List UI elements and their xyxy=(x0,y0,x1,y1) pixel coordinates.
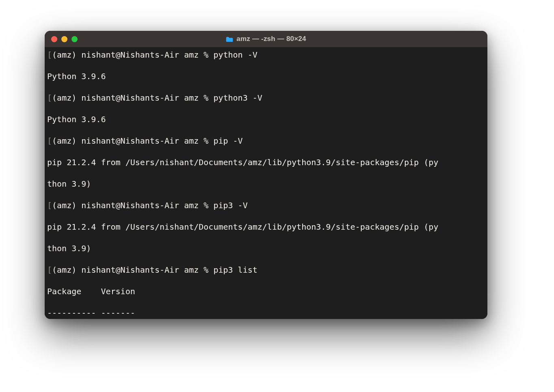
output-line: pip 21.2.4 from /Users/nishant/Documents… xyxy=(47,222,485,233)
table-header: Package Version xyxy=(47,286,485,297)
prompt-bracket-open: [ xyxy=(47,136,52,146)
prompt-bracket-open: [ xyxy=(47,200,52,210)
prompt-bracket-open: [ xyxy=(47,265,52,275)
zoom-button[interactable] xyxy=(71,36,78,42)
prompt-bracket-open: [ xyxy=(47,50,52,60)
traffic-lights xyxy=(51,36,78,42)
output-line: Python 3.9.6 xyxy=(47,114,485,125)
command-text: pip -V xyxy=(213,136,242,146)
prompt: (amz) nishant@Nishants-Air amz % xyxy=(52,50,213,60)
command-text: pip3 -V xyxy=(213,200,247,210)
output-line: thon 3.9) xyxy=(47,179,485,190)
output-line: Python 3.9.6 xyxy=(47,71,485,82)
prompt: (amz) nishant@Nishants-Air amz % xyxy=(52,265,213,275)
prompt-bracket-open: [ xyxy=(47,93,52,103)
window-title: amz — -zsh — 80×24 xyxy=(45,35,487,43)
command-text: python -V xyxy=(213,50,257,60)
prompt: (amz) nishant@Nishants-Air amz % xyxy=(52,93,213,103)
terminal-window: amz — -zsh — 80×24 [(amz) nishant@Nishan… xyxy=(45,31,487,319)
prompt: (amz) nishant@Nishants-Air amz % xyxy=(52,136,213,146)
titlebar: amz — -zsh — 80×24 xyxy=(45,31,487,47)
terminal-output[interactable]: [(amz) nishant@Nishants-Air amz % python… xyxy=(45,47,487,319)
command-text: pip3 list xyxy=(213,265,257,275)
output-line: thon 3.9) xyxy=(47,243,485,254)
table-rule: ---------- ------- xyxy=(47,308,485,319)
window-title-text: amz — -zsh — 80×24 xyxy=(236,35,306,43)
folder-icon xyxy=(226,36,233,42)
minimize-button[interactable] xyxy=(61,36,67,42)
prompt: (amz) nishant@Nishants-Air amz % xyxy=(52,200,213,210)
close-button[interactable] xyxy=(51,36,57,42)
output-line: pip 21.2.4 from /Users/nishant/Documents… xyxy=(47,157,485,168)
command-text: python3 -V xyxy=(213,93,262,103)
